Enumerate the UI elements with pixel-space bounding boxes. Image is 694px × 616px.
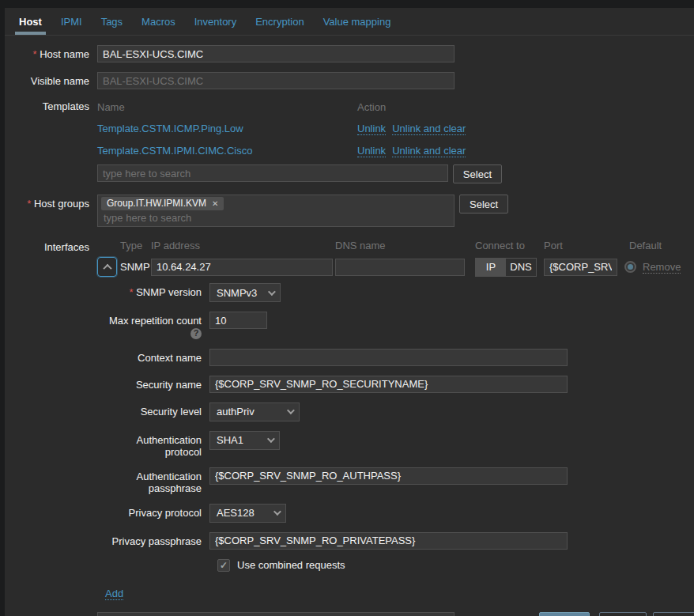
max-repetition-input[interactable] bbox=[209, 312, 267, 329]
use-combined-requests-label: Use combined requests bbox=[237, 559, 345, 571]
remove-interface-link[interactable]: Remove bbox=[643, 261, 681, 274]
security-level-label: Security level bbox=[97, 402, 209, 421]
tab-value-mapping[interactable]: Value mapping bbox=[323, 8, 391, 35]
chevron-down-icon bbox=[268, 288, 276, 296]
host-name-row: Host name bbox=[5, 45, 694, 62]
security-name-label: Security name bbox=[97, 376, 209, 393]
host-groups-row: Host groups Group.IT.HW.IPMI.KVM ✕ type … bbox=[5, 195, 694, 227]
interfaces-block: Type IP address DNS name Connect to Port… bbox=[97, 240, 694, 586]
templates-label: Templates bbox=[5, 99, 97, 183]
description-row: Description bbox=[5, 612, 694, 616]
privacy-passphrase-input[interactable] bbox=[209, 532, 568, 550]
snmp-details: SNMP version SNMPv3 Max repetition count… bbox=[97, 283, 694, 572]
templates-row: Templates Name Action Template.CSTM.ICMP… bbox=[5, 99, 694, 183]
col-connect-header: Connect to bbox=[475, 240, 537, 251]
security-level-value: authPriv bbox=[217, 406, 255, 418]
connect-to-ip-option[interactable]: IP bbox=[476, 259, 506, 276]
auth-protocol-select[interactable]: SHA1 bbox=[209, 431, 280, 450]
col-port-header: Port bbox=[544, 240, 617, 251]
template-link[interactable]: Template.CSTM.ICMP.Ping.Low bbox=[97, 123, 243, 134]
templates-table: Name Action Template.CSTM.ICMP.Ping.Low … bbox=[97, 99, 502, 183]
interface-type-label: SNMP bbox=[120, 261, 149, 273]
col-dns-header: DNS name bbox=[335, 240, 465, 251]
connect-to-dns-option[interactable]: DNS bbox=[506, 259, 536, 276]
auth-protocol-value: SHA1 bbox=[217, 434, 243, 446]
primary-action-button[interactable] bbox=[539, 612, 590, 616]
tab-macros[interactable]: Macros bbox=[141, 8, 175, 35]
tab-bar: Host IPMI Tags Macros Inventory Encrypti… bbox=[5, 8, 694, 36]
tab-tags[interactable]: Tags bbox=[101, 8, 123, 35]
host-group-chip-label: Group.IT.HW.IPMI.KVM bbox=[107, 198, 206, 209]
col-ip-header: IP address bbox=[151, 240, 333, 251]
ip-address-input[interactable] bbox=[151, 259, 333, 276]
unlink-link[interactable]: Unlink bbox=[357, 145, 386, 157]
combined-requests-row: Use combined requests bbox=[217, 559, 694, 572]
security-level-select[interactable]: authPriv bbox=[209, 402, 300, 421]
tab-ipmi[interactable]: IPMI bbox=[61, 8, 82, 35]
port-input[interactable] bbox=[544, 259, 617, 276]
max-repetition-label: Max repetition count bbox=[97, 312, 209, 339]
templates-select-button[interactable]: Select bbox=[453, 164, 502, 183]
snmp-version-value: SNMPv3 bbox=[217, 287, 257, 299]
connect-to-toggle: IP DNS bbox=[475, 258, 537, 277]
unlink-and-clear-link[interactable]: Unlink and clear bbox=[392, 123, 466, 135]
template-row: Template.CSTM.IPMI.CIMC.Cisco Unlink Unl… bbox=[97, 142, 502, 157]
secondary-action-button[interactable] bbox=[599, 612, 647, 616]
chevron-down-icon bbox=[273, 508, 281, 516]
privacy-protocol-value: AES128 bbox=[217, 507, 255, 519]
privacy-passphrase-label: Privacy passphrase bbox=[97, 532, 209, 550]
help-icon[interactable] bbox=[190, 328, 202, 339]
chevron-down-icon bbox=[267, 435, 275, 443]
visible-name-input[interactable] bbox=[97, 72, 454, 89]
template-link[interactable]: Template.CSTM.IPMI.CIMC.Cisco bbox=[97, 145, 252, 157]
privacy-protocol-select[interactable]: AES128 bbox=[209, 504, 286, 523]
chevron-up-icon bbox=[103, 263, 111, 272]
templates-col-name: Name bbox=[97, 101, 357, 113]
visible-name-label: Visible name bbox=[5, 72, 97, 89]
auth-passphrase-label: Authentication passphrase bbox=[97, 467, 209, 494]
templates-col-action: Action bbox=[357, 101, 386, 113]
dns-name-input[interactable] bbox=[335, 259, 465, 276]
tab-inventory[interactable]: Inventory bbox=[194, 8, 236, 35]
snmp-version-select[interactable]: SNMPv3 bbox=[209, 283, 281, 302]
description-label: Description bbox=[5, 612, 97, 616]
host-name-label: Host name bbox=[5, 45, 97, 62]
tab-host[interactable]: Host bbox=[19, 8, 42, 35]
col-type-header: Type bbox=[120, 240, 149, 251]
security-name-input[interactable] bbox=[209, 376, 568, 393]
host-groups-multiselect[interactable]: Group.IT.HW.IPMI.KVM ✕ type here to sear… bbox=[97, 195, 454, 227]
use-combined-requests-checkbox[interactable] bbox=[217, 559, 230, 572]
interfaces-row: Interfaces Type IP address DNS name Conn… bbox=[5, 240, 694, 586]
chevron-down-icon bbox=[287, 406, 295, 414]
tab-encryption[interactable]: Encryption bbox=[255, 8, 304, 35]
templates-header: Name Action bbox=[97, 99, 502, 113]
default-interface-radio[interactable] bbox=[624, 261, 636, 273]
add-interface-link[interactable]: Add bbox=[105, 588, 123, 600]
visible-name-row: Visible name bbox=[5, 72, 694, 89]
templates-search-input[interactable] bbox=[97, 164, 448, 182]
host-name-input[interactable] bbox=[97, 45, 454, 62]
host-form: Host name Visible name Templates Name Ac… bbox=[5, 36, 694, 616]
host-groups-search-placeholder[interactable]: type here to search bbox=[104, 212, 449, 224]
collapse-interface-button[interactable] bbox=[97, 257, 117, 277]
context-name-input[interactable] bbox=[209, 349, 568, 366]
host-group-chip: Group.IT.HW.IPMI.KVM ✕ bbox=[101, 197, 224, 210]
snmp-version-label: SNMP version bbox=[97, 283, 209, 302]
host-config-panel: Host IPMI Tags Macros Inventory Encrypti… bbox=[5, 8, 694, 616]
context-name-label: Context name bbox=[97, 349, 209, 366]
unlink-link[interactable]: Unlink bbox=[357, 123, 386, 135]
description-textarea[interactable] bbox=[97, 612, 454, 616]
unlink-and-clear-link[interactable]: Unlink and clear bbox=[392, 145, 466, 157]
auth-passphrase-input[interactable] bbox=[209, 467, 568, 485]
col-default-header: Default bbox=[623, 240, 694, 251]
privacy-protocol-label: Privacy protocol bbox=[97, 504, 209, 523]
radio-dot bbox=[628, 264, 633, 270]
snmp-interface-row: SNMP IP DNS Remove bbox=[97, 257, 694, 277]
host-groups-select-button[interactable]: Select bbox=[459, 195, 508, 214]
tertiary-action-button[interactable] bbox=[653, 612, 694, 616]
remove-chip-icon[interactable]: ✕ bbox=[212, 199, 218, 208]
interfaces-header: Type IP address DNS name Connect to Port… bbox=[97, 240, 694, 251]
auth-protocol-label: Authentication protocol bbox=[97, 431, 209, 458]
interfaces-label: Interfaces bbox=[5, 240, 97, 586]
host-groups-label: Host groups bbox=[5, 195, 97, 227]
